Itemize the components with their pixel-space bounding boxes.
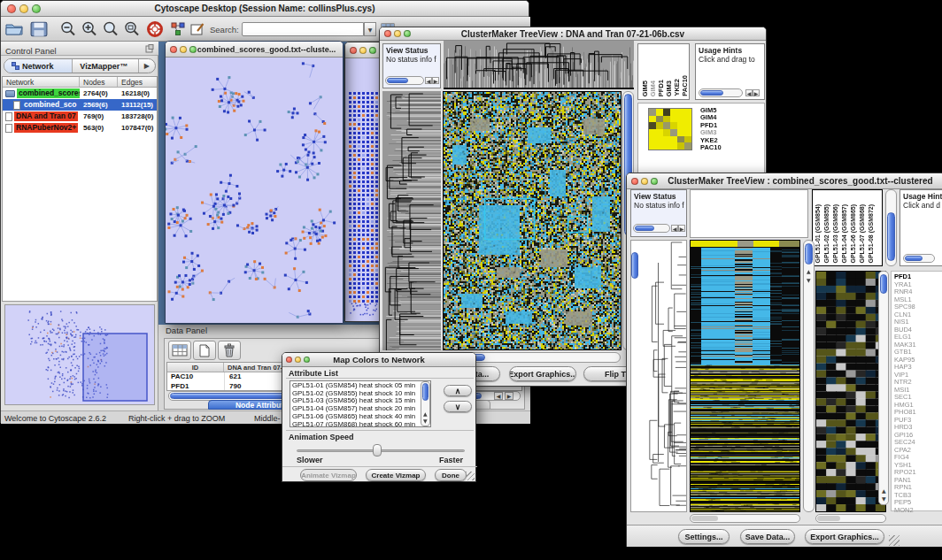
close-button[interactable] [7, 4, 16, 13]
scroll-right-arrow[interactable]: ▶ [753, 89, 760, 96]
scroll-right-arrow[interactable]: ▶ [432, 77, 439, 84]
close-button[interactable] [350, 47, 357, 54]
delete-attribute-button[interactable] [218, 341, 241, 360]
zoom-out-icon[interactable] [59, 21, 77, 37]
usage-hints-scrollbar[interactable] [699, 88, 743, 97]
settings-button[interactable]: Settings... [678, 529, 730, 544]
minimize-button[interactable] [180, 46, 187, 53]
export-graphics-button[interactable]: Export Graphics... [805, 529, 884, 544]
birdseye-canvas[interactable] [5, 305, 154, 404]
usage-hints-text: Click and d [900, 201, 942, 210]
tv1-zoom-heatmap[interactable] [648, 108, 692, 150]
minimize-button[interactable] [359, 47, 367, 54]
view-status-scrollbar[interactable] [385, 76, 424, 85]
scroll-left-arrow[interactable]: ◀ [671, 225, 678, 232]
view-status-scrollbar[interactable] [633, 224, 670, 233]
attribute-list-scrollbar[interactable]: ▲ ▼ [421, 381, 430, 426]
close-button[interactable] [384, 30, 391, 37]
new-doc-icon [199, 344, 210, 357]
tv2-global-heatmap[interactable] [690, 240, 800, 512]
tv2-zoom-heatmap[interactable] [815, 271, 886, 512]
dialog-title: Map Colors to Network [333, 355, 424, 364]
resize-grip[interactable] [889, 535, 900, 546]
move-up-button[interactable]: ∧ [444, 385, 472, 396]
network-row-selected[interactable]: combined_sco 2569(6) 13112(15) [3, 99, 157, 111]
minimize-button[interactable] [394, 30, 401, 37]
scroll-left-arrow[interactable]: ◀ [494, 392, 503, 400]
search-dropdown-button[interactable]: ▼ [364, 22, 376, 36]
dialog-titlebar[interactable]: Map Colors to Network [282, 353, 475, 367]
tv2-column-tree-area [690, 189, 808, 238]
export-graphics-button[interactable]: Export Graphics... [509, 366, 576, 381]
birdseye-view[interactable] [4, 304, 155, 405]
help-lifering-icon[interactable] [146, 21, 164, 37]
minimize-button[interactable] [295, 357, 301, 363]
zoom-in-icon[interactable] [81, 21, 98, 37]
close-button[interactable] [170, 46, 177, 53]
tv1-column-dendrogram[interactable] [444, 41, 634, 89]
zoom-button[interactable] [404, 30, 411, 37]
animation-slider-thumb[interactable] [373, 444, 382, 456]
network-row-combined-scores[interactable]: combined_scores_ 2764(0) 16218(0) [3, 88, 157, 99]
tv2-tree-scrollbar-thumb[interactable] [631, 252, 638, 279]
folder-icon [5, 90, 15, 97]
scroll-left-arrow[interactable]: ◀ [425, 77, 432, 84]
done-button[interactable]: Done [435, 469, 467, 481]
zoom-button[interactable] [32, 4, 41, 13]
attribute-table-icon [172, 344, 188, 357]
zoom-button[interactable] [651, 178, 658, 185]
treeview1-titlebar[interactable]: ClusterMaker TreeView : DNA and Tran 07-… [380, 27, 766, 41]
tv2-row-dendrogram[interactable] [630, 240, 687, 512]
tv2-zoom-hscrollbar[interactable] [815, 514, 886, 523]
attribute-list-items[interactable]: GPL51-01 (GSM854) heat shock 05 minGPL51… [290, 381, 430, 427]
usage-hints-text: Click and drag to [696, 55, 764, 64]
minimize-button[interactable] [641, 178, 648, 185]
resize-grip[interactable] [466, 472, 475, 480]
zoom-button[interactable] [369, 47, 376, 54]
scroll-left-arrow[interactable]: ◀ [745, 89, 753, 96]
minimize-button[interactable] [19, 4, 28, 13]
attribute-select-button[interactable] [168, 341, 191, 360]
attribute-listbox[interactable]: GPL51-01 (GSM854) heat shock 05 minGPL51… [290, 380, 431, 427]
open-folder-icon[interactable] [5, 21, 23, 37]
save-data-button[interactable]: Save Data... [740, 529, 795, 544]
treeview2-titlebar[interactable]: ClusterMaker TreeView : combined_scores_… [627, 173, 942, 189]
scroll-right-arrow[interactable]: ▶ [505, 392, 513, 400]
float-panel-icon[interactable] [145, 44, 154, 53]
close-button[interactable] [286, 357, 292, 363]
network-canvas-1[interactable] [166, 58, 343, 323]
move-down-button[interactable]: ∨ [444, 401, 472, 412]
search-input[interactable] [242, 22, 364, 36]
scroll-right-arrow[interactable]: ▶ [678, 225, 685, 232]
tv2-labels-vscrollbar[interactable] [885, 189, 897, 266]
network-list-header[interactable]: Network Nodes Edges [3, 77, 157, 88]
tab-vizmapper[interactable]: VizMapper™ [73, 59, 138, 73]
tv1-global-heatmap[interactable] [443, 91, 622, 350]
annotation-icon[interactable] [189, 21, 206, 37]
animate-vizmap-button[interactable]: Animate Vizmap [300, 469, 357, 481]
attribute-list-label: Attribute List [289, 369, 338, 378]
create-vizmap-button[interactable]: Create Vizmap [366, 469, 426, 481]
tv1-zoom-column-labels: GIM5GIM4PFD1GIM3YKE2PAC10 [637, 43, 690, 100]
new-attribute-button[interactable] [193, 341, 216, 360]
tv2-global-hscrollbar[interactable] [690, 514, 800, 523]
network-overlay-icon[interactable] [169, 21, 187, 37]
zoom-fit-icon[interactable] [102, 21, 120, 37]
zoom-button[interactable] [304, 357, 310, 363]
tab-overflow-arrow[interactable]: ▶ [139, 59, 155, 73]
tab-network[interactable]: Network [4, 59, 73, 73]
zoom-button[interactable] [189, 46, 197, 53]
tv2-global-vscrollbar[interactable]: ▲ ▼ [803, 240, 815, 512]
close-button[interactable] [631, 178, 638, 185]
network-row-rnapuber[interactable]: RNAPuberNov2+ 563(0) 107847(0) [3, 122, 157, 134]
tv2-gene-vscrollbar[interactable]: ▲ ▼ [878, 271, 889, 505]
network-list: Network Nodes Edges combined_scores_ 276… [2, 76, 158, 302]
main-titlebar[interactable]: Cytoscape Desktop (Session Name: collins… [1, 1, 529, 17]
zoom-selected-icon[interactable] [123, 21, 141, 37]
tv1-row-dendrogram[interactable] [382, 91, 441, 350]
save-icon[interactable] [30, 21, 48, 37]
usage-hints-scrollbar[interactable] [903, 254, 935, 263]
network-row-dna-tran[interactable]: DNA and Tran 07 769(0) 183728(0) [3, 111, 157, 122]
main-window-title: Cytoscape Desktop (Session Name: collins… [155, 4, 375, 13]
network1-titlebar[interactable]: combined_scores_good.txt--cluste... [166, 42, 343, 58]
